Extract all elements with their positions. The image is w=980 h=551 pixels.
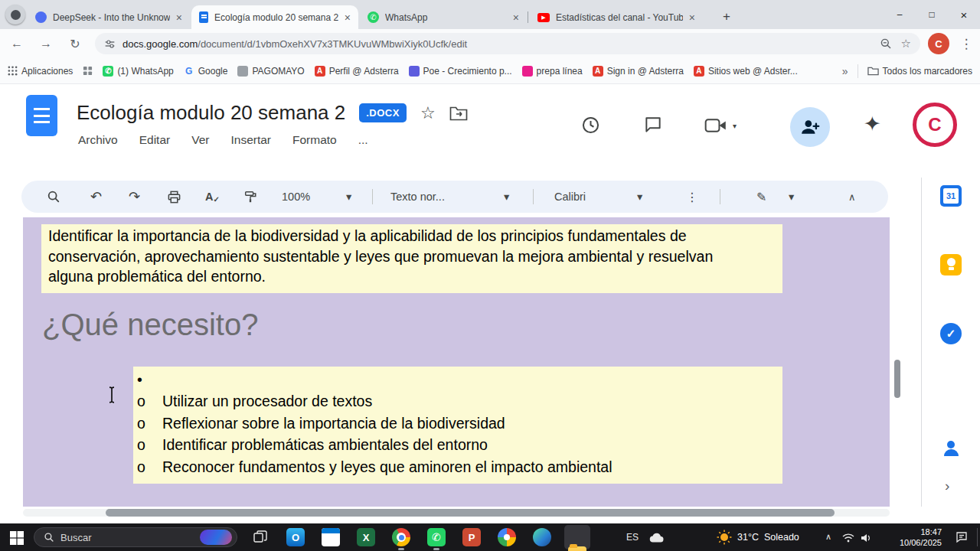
bookmark-aplicaciones[interactable]: Aplicaciones (8, 66, 73, 77)
bookmark-pagomayo[interactable]: PAGOMAYO (237, 66, 304, 77)
hide-side-panel-chevron[interactable]: › (945, 478, 949, 494)
tasks-icon[interactable]: ✓ (940, 323, 962, 344)
chrome-icon[interactable] (392, 528, 410, 546)
tab-youtube-stats[interactable]: ▶ Estadísticas del canal - YouTub... × (530, 5, 703, 29)
tab-close-icon[interactable]: × (345, 11, 351, 24)
menu-ver[interactable]: Ver (191, 133, 209, 147)
bookmark-grid-only[interactable] (83, 66, 93, 76)
document-page[interactable]: Identificar la importancia de la biodive… (23, 217, 890, 507)
taskbar-search-box[interactable]: Buscar (34, 527, 237, 547)
bookmark-google[interactable]: G Google (184, 66, 228, 77)
version-history-icon[interactable] (580, 115, 601, 135)
window-minimize-button[interactable]: – (884, 0, 916, 29)
list-item[interactable]: oIdentificar problemáticas ambientales d… (133, 435, 782, 457)
undo-icon[interactable]: ↶ (90, 181, 102, 213)
contacts-icon[interactable] (940, 438, 962, 459)
bookmark-sitios-adsterra[interactable]: A Sitios web @ Adster... (694, 66, 798, 77)
highlighted-list[interactable]: • oUtilizar un procesador de textos oRef… (133, 367, 782, 484)
account-avatar[interactable]: C (913, 103, 957, 147)
reload-button[interactable]: ↻ (64, 33, 86, 54)
chevron-down-icon[interactable]: ▾ (346, 181, 351, 213)
document-title[interactable]: Ecología modulo 20 semana 2 (77, 101, 345, 125)
collapse-toolbar-icon[interactable]: ∧ (848, 181, 856, 213)
tray-expand-chevron[interactable]: ∧ (825, 532, 831, 542)
meet-video-call-button[interactable]: ▾ (704, 118, 737, 133)
keep-notes-icon[interactable] (940, 254, 962, 276)
zoom-page-icon[interactable] (880, 37, 892, 50)
bookmark-whatsapp[interactable]: ✆ (1) WhatsApp (103, 66, 173, 77)
zoom-select[interactable]: 100% (282, 181, 310, 213)
move-folder-icon[interactable] (449, 106, 468, 121)
vertical-scrollbar[interactable] (894, 360, 900, 398)
window-close-button[interactable]: × (948, 0, 980, 29)
paint-format-icon[interactable] (243, 181, 257, 213)
tab-close-icon[interactable]: × (513, 11, 519, 24)
bookmark-perfil-adsterra[interactable]: A Perfil @ Adsterra (315, 66, 399, 77)
google-docs-logo[interactable] (26, 95, 57, 136)
volume-icon[interactable] (861, 533, 871, 543)
edge-icon[interactable] (533, 528, 551, 546)
show-desktop-sliver[interactable] (977, 528, 978, 546)
tab-whatsapp[interactable]: ✆ WhatsApp × (360, 5, 527, 29)
star-document-icon[interactable]: ☆ (420, 103, 436, 123)
tab-close-icon[interactable]: × (176, 11, 182, 24)
list-item[interactable]: oReflexionar sobre la importancia de la … (133, 412, 782, 435)
bookmark-all-bookmarks[interactable]: Todos los marcadores (867, 66, 972, 77)
menu-editar[interactable]: Editar (139, 133, 171, 147)
highlighted-paragraph[interactable]: Identificar la importancia de la biodive… (41, 224, 782, 293)
list-item[interactable]: oReconocer fundamentos y leyes que amino… (133, 456, 782, 478)
forward-button[interactable]: → (35, 33, 57, 54)
powerpoint-icon[interactable]: P (462, 528, 481, 546)
list-item[interactable]: • (133, 369, 782, 391)
bookmark-star-icon[interactable]: ☆ (901, 37, 911, 51)
document-heading[interactable]: ¿Qué necesito? (42, 308, 258, 342)
search-highlight-image[interactable] (200, 530, 232, 545)
list-item[interactable]: oUtilizar un procesador de textos (133, 391, 782, 413)
task-view-icon[interactable] (251, 528, 270, 546)
paragraph-style-select[interactable]: Texto nor... (390, 181, 445, 213)
language-indicator[interactable]: ES (626, 532, 639, 543)
menu-archivo[interactable]: Archivo (78, 133, 118, 147)
menu-formato[interactable]: Formato (292, 133, 337, 147)
chevron-down-icon[interactable]: ▾ (504, 181, 509, 213)
outlook-icon[interactable]: O (286, 528, 305, 546)
browser-profile-avatar[interactable]: C (928, 33, 949, 54)
spellcheck-icon[interactable]: A✓ (205, 181, 220, 213)
chevron-down-icon[interactable]: ▾ (637, 181, 642, 213)
bookmark-prepa-linea[interactable]: prepa línea (522, 66, 583, 77)
menu-more[interactable]: ... (358, 133, 368, 147)
tab-close-icon[interactable]: × (689, 11, 695, 24)
site-settings-icon[interactable] (104, 38, 116, 50)
editing-mode-pen-icon[interactable]: ✎ (756, 181, 766, 213)
more-options-icon[interactable]: ⋮ (686, 181, 698, 213)
action-center-icon[interactable] (956, 531, 968, 543)
window-maximize-button[interactable]: □ (916, 0, 948, 29)
url-bar[interactable]: docs.google.com/document/d/1vbmOxehXV7x3… (95, 33, 920, 54)
redo-icon[interactable]: ↷ (129, 181, 140, 213)
share-button[interactable] (790, 107, 830, 147)
calendar-icon[interactable]: 31 (940, 185, 962, 207)
whatsapp-icon[interactable]: ✆ (427, 528, 446, 546)
weather-widget[interactable]: 31°C Soleado (717, 530, 799, 545)
bookmark-poe[interactable]: Poe - Crecimiento p... (409, 66, 512, 77)
menu-insertar[interactable]: Insertar (230, 133, 271, 147)
onedrive-cloud-icon[interactable] (649, 533, 665, 543)
gemini-sparkle-icon[interactable]: ✦ (864, 112, 881, 136)
bookmarks-overflow-chevron[interactable]: » (842, 65, 848, 77)
horizontal-scrollbar[interactable] (106, 509, 835, 517)
tab-deepseek[interactable]: DeepSeek - Into the Unknown × (28, 5, 190, 29)
font-select[interactable]: Calibri (554, 181, 586, 213)
chevron-down-icon[interactable]: ▾ (789, 181, 794, 213)
print-icon[interactable] (167, 181, 181, 213)
bookmark-signin-adsterra[interactable]: A Sign in @ Adsterra (593, 66, 684, 77)
start-button[interactable] (8, 529, 26, 547)
back-button[interactable]: ← (6, 33, 28, 54)
wifi-icon[interactable] (842, 533, 854, 543)
tab-ecologia-doc[interactable]: Ecología modulo 20 semana 2... × (191, 5, 358, 29)
photos-icon[interactable] (498, 528, 516, 546)
browser-menu-icon[interactable]: ⋮ (956, 33, 977, 54)
calendar-app-icon[interactable] (322, 528, 340, 546)
search-menus-icon[interactable] (47, 181, 60, 213)
excel-icon[interactable]: X (357, 528, 375, 546)
file-explorer-icon[interactable] (568, 546, 586, 551)
